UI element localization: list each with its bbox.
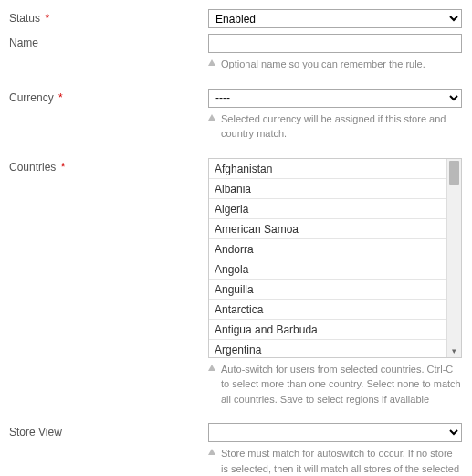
required-mark: * [45, 12, 49, 25]
triangle-up-icon [208, 449, 215, 455]
currency-select[interactable]: ---- [208, 89, 462, 108]
required-mark: * [58, 91, 63, 104]
status-label: Status * [9, 9, 208, 25]
chevron-down-icon[interactable]: ▾ [447, 344, 461, 357]
list-item[interactable]: Argentina [209, 340, 446, 357]
list-item[interactable]: Afghanistan [209, 159, 446, 179]
name-input[interactable] [208, 34, 462, 53]
currency-hint: Selected currency will be assigned if th… [221, 111, 462, 142]
scrollbar[interactable]: ▾ [446, 159, 461, 357]
list-item[interactable]: Anguilla [209, 280, 446, 300]
triangle-up-icon [208, 59, 215, 66]
name-hint: Optional name so you can remember the ru… [221, 57, 462, 72]
countries-label: Countries * [9, 158, 208, 174]
list-item[interactable]: Antarctica [209, 300, 446, 320]
name-label-text: Name [9, 37, 38, 49]
currency-label-text: Currency [9, 91, 54, 104]
list-item[interactable]: Algeria [209, 199, 446, 219]
storeview-label-text: Store View [9, 426, 62, 439]
name-label: Name [9, 34, 208, 49]
countries-multiselect[interactable]: Afghanistan Albania Algeria American Sam… [208, 158, 462, 358]
list-item[interactable]: Andorra [209, 239, 446, 259]
currency-label: Currency * [9, 89, 208, 104]
list-item[interactable]: Angola [209, 259, 446, 280]
countries-label-text: Countries [9, 161, 56, 174]
required-mark: * [61, 161, 66, 174]
status-select[interactable]: Enabled [208, 9, 462, 28]
storeview-hint: Store must match for autoswitch to occur… [221, 446, 462, 476]
triangle-up-icon [208, 365, 215, 371]
countries-hint: Auto-switch for users from selected coun… [221, 362, 462, 407]
list-item[interactable]: Albania [209, 179, 446, 199]
storeview-hint-pre: Store must match for autoswitch to occur… [221, 448, 459, 476]
status-label-text: Status [9, 12, 40, 25]
triangle-up-icon [208, 114, 215, 121]
list-item[interactable]: American Samoa [209, 219, 446, 239]
storeview-label: Store View [9, 423, 208, 439]
scrollbar-thumb[interactable] [449, 161, 459, 185]
storeview-select[interactable] [208, 423, 462, 442]
list-item[interactable]: Antigua and Barbuda [209, 320, 446, 340]
